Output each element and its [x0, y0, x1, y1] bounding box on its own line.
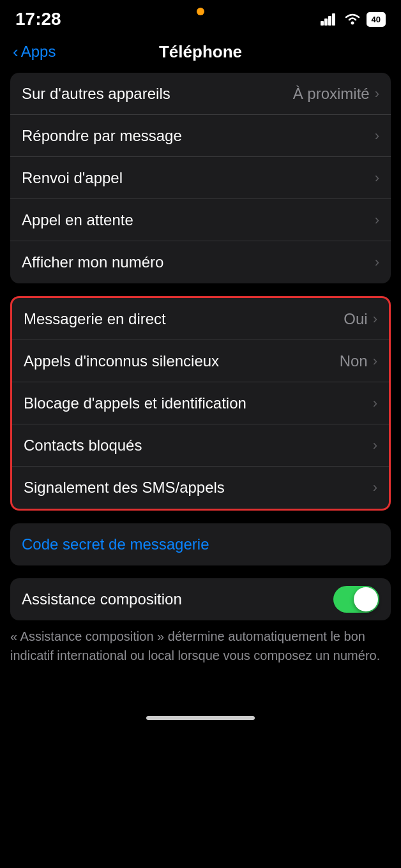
item-label: Contacts bloqués — [24, 437, 373, 454]
item-label: Sur d'autres appareils — [22, 85, 293, 103]
settings-group-1: Sur d'autres appareils À proximité › Rép… — [10, 73, 391, 283]
item-label: Renvoi d'appel — [22, 169, 375, 187]
home-bar — [146, 716, 255, 720]
item-label: Appel en attente — [22, 211, 375, 229]
item-label: Répondre par message — [22, 127, 375, 145]
item-value: À proximité — [293, 85, 370, 103]
assistance-description: « Assistance composition » détermine aut… — [10, 627, 391, 665]
list-item-appels-inconnus[interactable]: Appels d'inconnus silencieux Non › — [12, 340, 389, 382]
nav-bar: ‹ Apps Téléphone — [0, 34, 401, 73]
svg-rect-3 — [332, 13, 335, 26]
orange-dot-indicator — [197, 8, 204, 15]
back-button[interactable]: ‹ Apps — [13, 43, 56, 61]
svg-point-4 — [351, 22, 354, 25]
status-time: 17:28 — [15, 9, 61, 29]
item-label: Appels d'inconnus silencieux — [24, 352, 340, 370]
settings-group-2: Messagerie en direct Oui › Appels d'inco… — [10, 296, 391, 511]
list-item-sur-autres-appareils[interactable]: Sur d'autres appareils À proximité › — [10, 73, 391, 115]
battery-indicator: 40 — [367, 12, 386, 27]
list-item-messagerie-direct[interactable]: Messagerie en direct Oui › — [12, 298, 389, 340]
chevron-icon: › — [373, 437, 377, 454]
back-chevron-icon: ‹ — [13, 43, 19, 60]
status-icons: 40 — [321, 12, 386, 27]
list-item-signalement-sms[interactable]: Signalement des SMS/appels › — [12, 467, 389, 509]
wifi-icon — [344, 13, 361, 26]
list-item-renvoi-appel[interactable]: Renvoi d'appel › — [10, 157, 391, 199]
chevron-icon: › — [373, 353, 377, 370]
list-item-afficher-numero[interactable]: Afficher mon numéro › — [10, 241, 391, 283]
chevron-icon: › — [373, 395, 377, 412]
list-item-contacts-bloques[interactable]: Contacts bloqués › — [12, 424, 389, 467]
signal-icon — [321, 13, 338, 26]
chevron-icon: › — [375, 86, 379, 102]
item-label: Blocage d'appels et identification — [24, 394, 373, 412]
chevron-icon: › — [375, 128, 379, 144]
home-indicator — [0, 703, 401, 726]
item-label: Signalement des SMS/appels — [24, 479, 373, 497]
list-item-repondre-message[interactable]: Répondre par message › — [10, 115, 391, 157]
list-item-blocage-appels[interactable]: Blocage d'appels et identification › — [12, 382, 389, 424]
svg-rect-2 — [328, 16, 331, 26]
chevron-icon: › — [373, 479, 377, 496]
chevron-icon: › — [373, 311, 377, 327]
status-bar: 17:28 40 — [0, 0, 401, 34]
code-secret-section: Code secret de messagerie — [10, 523, 391, 565]
item-label: Messagerie en direct — [24, 310, 344, 328]
item-value: Oui — [344, 310, 367, 328]
assistance-section: Assistance composition — [10, 578, 391, 620]
assistance-toggle-item: Assistance composition — [10, 578, 391, 620]
page-title: Téléphone — [159, 42, 242, 62]
svg-rect-0 — [321, 21, 324, 26]
assistance-toggle[interactable] — [333, 586, 379, 613]
svg-rect-1 — [324, 19, 328, 26]
list-item-appel-attente[interactable]: Appel en attente › — [10, 199, 391, 241]
toggle-knob — [354, 587, 378, 611]
back-label: Apps — [21, 43, 56, 61]
settings-content: Sur d'autres appareils À proximité › Rép… — [0, 73, 401, 703]
item-label: Afficher mon numéro — [22, 253, 375, 271]
chevron-icon: › — [375, 212, 379, 228]
chevron-icon: › — [375, 254, 379, 271]
assistance-label: Assistance composition — [22, 590, 182, 608]
list-item-code-secret[interactable]: Code secret de messagerie — [10, 523, 391, 565]
chevron-icon: › — [375, 170, 379, 186]
code-secret-label: Code secret de messagerie — [22, 535, 379, 553]
item-value: Non — [340, 352, 368, 370]
